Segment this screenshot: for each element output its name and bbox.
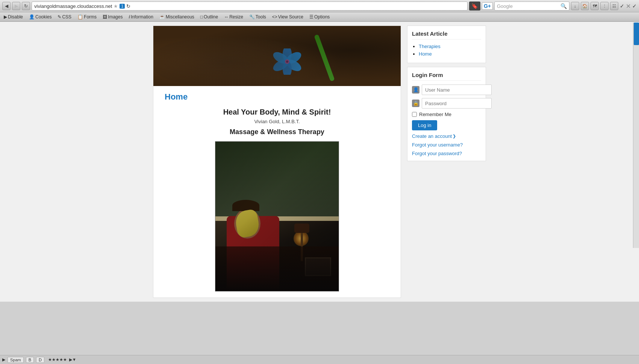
forms-item[interactable]: 📋 Forms — [76, 14, 98, 20]
latest-article-widget: Latest Article Therapies Home — [407, 26, 486, 63]
disable-item[interactable]: ▶ Disable — [2, 14, 24, 20]
list-item: Home — [419, 51, 481, 57]
bookmark-icon[interactable]: 🔖 — [469, 2, 480, 11]
latest-article-title: Latest Article — [412, 30, 481, 39]
heal-title: Heal Your Body, Mind & Spirit! — [165, 108, 389, 116]
url-text: viviangoldmassage.cloudaccess.net — [34, 3, 112, 9]
password-row: 🔒 — [412, 98, 481, 109]
outline-item[interactable]: □ Outline — [199, 14, 220, 20]
options-item[interactable]: ☰ Options — [308, 14, 331, 20]
therapy-title: Massage & Wellness Therapy — [165, 128, 389, 136]
list-item: Therapies — [419, 43, 481, 49]
more-icon[interactable]: ⋮ — [600, 2, 609, 10]
forgot-username-link[interactable]: Forgot your username? — [412, 142, 481, 148]
main-column: Home Heal Your Body, Mind & Spirit! Vivi… — [153, 26, 401, 298]
username-input[interactable] — [422, 85, 492, 95]
floor-shadow — [215, 246, 339, 291]
miscellaneous-item[interactable]: ☕ Miscellaneous — [158, 14, 196, 20]
login-form-widget: Login Form 👤 🔒 — [407, 67, 486, 161]
download-icon[interactable]: ↓ — [571, 2, 579, 10]
forgot-password-link[interactable]: Forgot your password? — [412, 151, 481, 156]
close-x-icon[interactable]: ✕ — [626, 3, 631, 10]
tools-item[interactable]: 🔧 Tools — [248, 14, 268, 20]
content-area: Home Heal Your Body, Mind & Spirit! Vivi… — [0, 22, 639, 302]
address-bar[interactable]: viviangoldmassage.cloudaccess.net ★ 1 ↻ — [32, 2, 468, 11]
sidebar-column: Latest Article Therapies Home Login Form — [407, 26, 486, 298]
apps-icon[interactable]: ☷ — [610, 2, 618, 10]
lock-icon: 🔒 — [412, 100, 419, 107]
reload-button[interactable]: ↻ — [22, 2, 30, 10]
person-photo — [215, 141, 339, 292]
remember-label: Remember Me — [419, 112, 451, 117]
page-content: Home Heal Your Body, Mind & Spirit! Vivi… — [153, 86, 401, 298]
password-input[interactable] — [422, 98, 492, 109]
search-bar[interactable]: Google 🔍 — [494, 2, 569, 11]
arrow-icon: ❯ — [453, 134, 456, 139]
images-item[interactable]: 🖼 Images — [101, 14, 124, 20]
remember-row: Remember Me — [412, 112, 481, 117]
search-icon[interactable]: 🔍 — [560, 3, 567, 9]
browser-toolbar: ◀ ▶ ↻ viviangoldmassage.cloudaccess.net … — [0, 0, 639, 12]
article-list: Therapies Home — [412, 43, 481, 57]
back-button[interactable]: ◀ — [2, 2, 11, 10]
hero-image — [153, 26, 401, 86]
checkmark2-icon: ✓ — [632, 3, 637, 9]
monitor-icon[interactable]: 🗺 — [591, 2, 599, 10]
dev-toolbar: ▶ Disable 👤 Cookies ✎ CSS 📋 Forms 🖼 Imag… — [0, 12, 639, 22]
subtitle: Vivian Gold, L.M.B.T. — [165, 119, 389, 124]
create-account-link[interactable]: Create an account ❯ — [412, 133, 481, 139]
home-nav-icon[interactable]: 🏠 — [581, 2, 589, 10]
resize-item[interactable]: ↔ Resize — [223, 14, 245, 20]
leaf-texture — [153, 38, 302, 86]
badge: 1 — [120, 4, 125, 9]
scrollbar-thumb[interactable] — [634, 23, 639, 45]
reload-icon[interactable]: ↻ — [126, 3, 130, 9]
login-button[interactable]: Log in — [412, 120, 437, 130]
information-item[interactable]: i Information — [127, 14, 154, 20]
google-btn: G+ — [482, 2, 493, 10]
page-wrapper: Home Heal Your Body, Mind & Spirit! Vivi… — [0, 22, 639, 302]
star-icon[interactable]: ★ — [114, 3, 118, 9]
search-placeholder: Google — [497, 3, 513, 9]
login-form: 👤 🔒 Remember Me — [412, 85, 481, 156]
therapies-link[interactable]: Therapies — [419, 44, 441, 49]
cookies-item[interactable]: 👤 Cookies — [27, 14, 53, 20]
css-item[interactable]: ✎ CSS — [56, 14, 73, 20]
home-link[interactable]: Home — [419, 51, 432, 57]
checkmark-icon: ✓ — [620, 3, 624, 9]
home-title: Home — [165, 92, 389, 102]
viewsource-item[interactable]: <> View Source — [271, 14, 305, 20]
user-icon: 👤 — [412, 86, 419, 94]
scrollbar[interactable] — [633, 23, 639, 248]
forward-button[interactable]: ▶ — [12, 2, 20, 10]
username-row: 👤 — [412, 85, 481, 95]
login-form-title: Login Form — [412, 72, 481, 81]
remember-checkbox[interactable] — [412, 112, 417, 117]
